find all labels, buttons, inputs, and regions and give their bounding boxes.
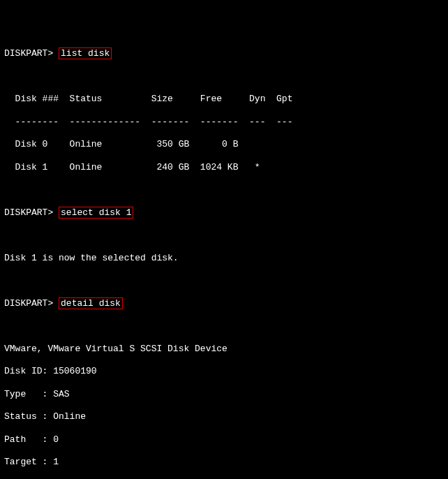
cmd-highlight: list disk [59, 47, 112, 59]
table-row: Disk 0 Online 350 GB 0 B [4, 139, 444, 150]
cmd-line-select-disk-1: DISKPART> select disk 1 [4, 207, 444, 219]
prompt: DISKPART> [4, 298, 53, 309]
detail-line: Disk ID: 15060190 [4, 366, 444, 377]
detail-line: Target : 1 [4, 457, 444, 468]
blank-line [4, 230, 444, 241]
detail-line: Type : SAS [4, 389, 444, 400]
detail-device: VMware, VMware Virtual S SCSI Disk Devic… [4, 344, 444, 355]
table-row: Disk 1 Online 240 GB 1024 KB * [4, 162, 444, 173]
disk-table-header: Disk ### Status Size Free Dyn Gpt [4, 94, 444, 105]
prompt: DISKPART> [4, 48, 53, 59]
cmd-line-list-disk: DISKPART> list disk [4, 48, 444, 59]
output-text: Disk 1 is now the selected disk. [4, 253, 444, 264]
prompt: DISKPART> [4, 207, 53, 218]
blank-line [4, 71, 444, 82]
detail-line: Path : 0 [4, 434, 444, 445]
blank-line [4, 184, 444, 196]
blank-line [4, 275, 444, 286]
disk-table-divider: -------- ------------- ------- ------- -… [4, 117, 444, 128]
blank-line [4, 320, 444, 332]
cmd-highlight: select disk 1 [59, 207, 133, 219]
cmd-line-detail-disk: DISKPART> detail disk [4, 298, 444, 309]
cmd-highlight: detail disk [59, 297, 123, 309]
detail-line: Status : Online [4, 411, 444, 422]
